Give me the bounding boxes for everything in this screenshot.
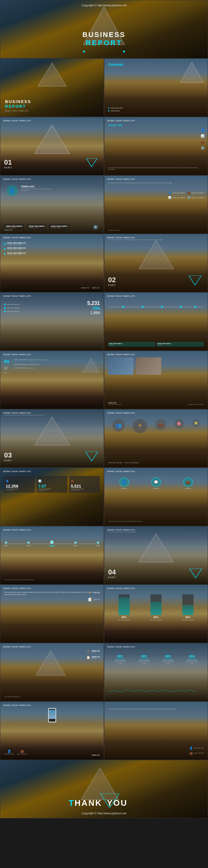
- phone-screen-24: [49, 710, 55, 719]
- bar-label-2: 65%: [153, 616, 158, 619]
- year-desc-text: Lorem ipsum dolor sit amet consectetur a…: [4, 579, 100, 581]
- icon-col-2-17: 💬 TEMPLATE: [151, 477, 161, 490]
- item-template-3: MORE THEN SAMPLE description text here: [49, 224, 69, 230]
- step-nums: 04 02 01: [4, 359, 9, 374]
- thank-you-text: THANK YOU: [68, 798, 127, 808]
- bar-bg-1: [119, 594, 129, 615]
- arrow-icon-2: ▶: [4, 247, 6, 250]
- icon-col-3-17: 💼 TEMPLATE: [183, 477, 193, 490]
- slide-3: Contents DATA ANALYSIS PORTFOLIO: [104, 58, 208, 117]
- slide-15: MORE·THEN·TEMPLATE 👥 🏃 💼 🎯 ⭐ MORE THEN T…: [104, 409, 208, 468]
- slide-subtitle: REPORT: [83, 39, 125, 47]
- triangle-svg-3: [179, 61, 205, 84]
- count-label-1: MORE THEN TEMP: [114, 660, 126, 662]
- count-desc-2: description: [142, 663, 146, 664]
- labels-row-15: MORE THEN TEMPLATE MORE THEN TEMPLATE: [108, 462, 204, 464]
- r-icon-1: 🏃: [88, 591, 92, 595]
- slide-10: MORE·THEN·TEMPLATE 5,231 73% 1,864 MORE …: [0, 292, 104, 351]
- icon-gear: ⚙️: [201, 146, 205, 150]
- num-73: 73%: [87, 306, 100, 311]
- wave-line: [108, 689, 204, 695]
- icon-2-17: 💬: [154, 480, 158, 485]
- more-then-10: MORE·THEN·TEMPLATE: [3, 295, 31, 297]
- circle-3-15: 💼: [155, 419, 166, 430]
- svg-marker-6: [189, 276, 201, 285]
- thank-text: THANK: [68, 798, 102, 808]
- slide-14: MORE·THEN·TEMPLATE 03 PART Lorem ipsum d…: [0, 409, 104, 468]
- img-label-13: TEMPLATE Lorem ipsum description text: [108, 402, 122, 405]
- icon-briefcase: 💼: [201, 140, 205, 144]
- yr-label-2: 2012: [27, 545, 30, 547]
- num-card-1: 👤 12,358 GOOD THEN TEMPLATE description …: [4, 476, 35, 493]
- text-20: Lorem ipsum dolor sit amet consectetur a…: [4, 591, 100, 596]
- slide-3-content: Contents: [108, 63, 123, 66]
- icon-item-2: 💼 MORE THEN SAMPLE: [187, 191, 205, 194]
- year-2011: 2011: [4, 541, 8, 547]
- circle-icon-5: ⭐: [194, 421, 198, 425]
- svg-marker-9: [85, 452, 98, 461]
- slide-7-content: Lorem ipsum dolor sit amet consectetur a…: [108, 182, 204, 186]
- more-then-7: MORE·THEN·TEMPLATE: [108, 178, 135, 180]
- icon-briefcase-7: 💼: [187, 191, 190, 194]
- year-2015: 2015: [96, 541, 100, 547]
- slide-4-part: 01 PART: [4, 158, 12, 169]
- item-label-1: DATA ANALYSIS: [111, 107, 123, 109]
- text-25: Lorem ipsum dolor sit amet consectetur a…: [108, 708, 204, 710]
- svg-marker-4: [86, 158, 97, 167]
- dot-row-3: MORE THEN TEMPLATE: [4, 311, 20, 312]
- icon-25-2: 💼 MORE THEN TEMP: [189, 752, 204, 755]
- icon-label-2-17: TEMPLATE: [153, 488, 159, 490]
- slide-19: MORE·THEN·TEMPLATE 04 PART Lorem ipsum d…: [104, 526, 208, 585]
- rc-item-1: 🏃 TEMPLATE description: [86, 650, 100, 653]
- count-002: 002 MORE THEN TEMP description: [139, 654, 150, 664]
- arrow-desc-1: Lorem ipsum dolor description: [7, 244, 26, 245]
- slide-21: MORE·THEN·TEMPLATE 85% GOOD THEN TEMPLAT…: [104, 585, 208, 643]
- slide-24: MORE·THEN·TEMPLATE 👤 MORE THEN TEMP 💼 MO…: [0, 702, 104, 760]
- desc-text-9: Lorem ipsum dolor sit amet consectetur a…: [108, 239, 204, 241]
- slide-3-title: Contents: [108, 63, 123, 66]
- yr-label-3: 2013: [50, 545, 55, 547]
- num-1864: 1,864: [87, 311, 100, 315]
- more-then-6: MORE·THEN·TEMPLATE: [3, 178, 31, 180]
- arrow-item-1: ▶ MORE THEN TEMPLATE Lorem ipsum dolor d…: [4, 242, 26, 245]
- cyan-tri-9: [189, 276, 201, 286]
- il-25-2: MORE THEN TEMP: [194, 753, 204, 754]
- tl-cards: MORE THEN SAMPLE description MORE THEN S…: [108, 342, 204, 347]
- num-1: 12,358: [6, 484, 33, 489]
- dot-row-2: MORE THEN TEMPLATE: [4, 307, 20, 309]
- dot-1: [4, 304, 6, 305]
- more-then-13: MORE·THEN·TEMPLATE: [108, 353, 135, 355]
- copyright-bottom: Copyright © http://www.pptstore.net: [82, 812, 126, 815]
- more-then-24: MORE·THEN·TEMPLATE: [3, 704, 31, 706]
- content-20: Lorem ipsum dolor sit amet consectetur a…: [4, 591, 100, 596]
- tl-card-desc-2: description: [158, 344, 203, 346]
- yr-label-4: 2014: [73, 545, 77, 547]
- row-16-17: MORE·THEN·TEMPLATE 👤 12,358 GOOD THEN TE…: [0, 468, 208, 526]
- icon-label-2: MORE THEN SAMPLE: [191, 192, 205, 194]
- bar-bg-2: [150, 594, 161, 615]
- slide-25: Lorem ipsum dolor sit amet consectetur a…: [104, 702, 208, 760]
- template-label-1: TEMPLATE: [81, 287, 89, 289]
- dot-cyan-1: [108, 107, 109, 109]
- circle-4-15: 🎯: [175, 419, 184, 429]
- count-num-2: 002: [141, 654, 147, 658]
- icon-set-1: 👤 MORE THEN TEMP: [4, 749, 14, 755]
- circle-icon-1: 👥: [115, 423, 122, 429]
- icon-chart-7: 📊: [168, 196, 171, 199]
- icon-label-1: MORE THEN SAMPLE: [172, 192, 185, 194]
- circle-icon-3: 💼: [158, 422, 164, 427]
- icon-gear-7: ⚙️: [187, 196, 190, 199]
- num-card-3: 💼 5,521 GOOD THEN TEMPLATE description t…: [69, 476, 100, 493]
- right-icons-20: 🏃 TEMPLATE 📝 TEMPLATE: [88, 591, 100, 601]
- triangle-svg: [36, 62, 68, 87]
- t-label-24: TEMPLATE: [91, 754, 100, 756]
- svg-marker-8: [35, 417, 69, 445]
- about-text: Lorem ipsum dolor sit amet consectetur a…: [108, 167, 198, 170]
- num-icon-1: 👤: [6, 480, 9, 483]
- count-line-3: [163, 659, 173, 659]
- template-desc-13: Lorem ipsum description text: [108, 404, 122, 405]
- bar-label-1: 85%: [121, 616, 126, 619]
- bar-fill-3: [182, 605, 194, 615]
- more-then-21: MORE·THEN·TEMPLATE: [108, 587, 135, 589]
- icon-circle-6: ⚙️: [94, 225, 97, 229]
